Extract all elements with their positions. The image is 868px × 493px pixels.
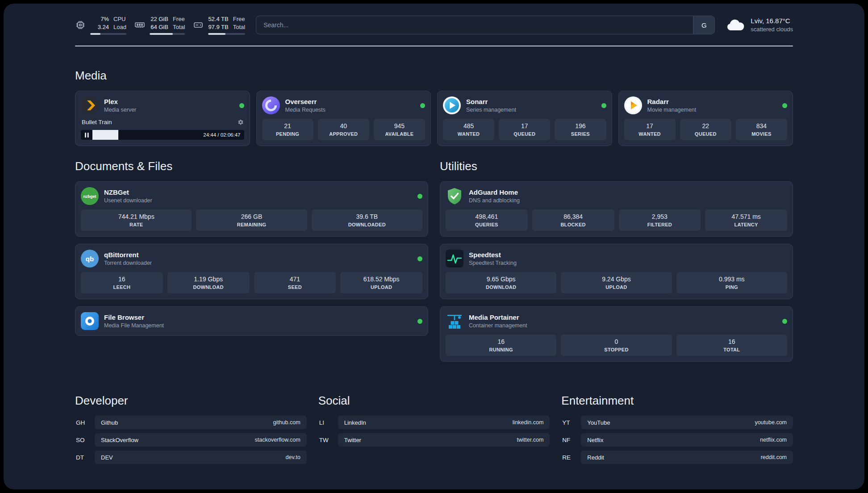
stat-label: WANTED bbox=[626, 131, 674, 137]
stat-value: 471 bbox=[256, 276, 334, 283]
stat-box: 0 STOPPED bbox=[561, 334, 672, 356]
app-subtitle: Container management bbox=[469, 322, 527, 329]
app-name: Radarr bbox=[647, 97, 697, 106]
app-name: Sonarr bbox=[466, 97, 516, 106]
media-grid: Plex Media server Bullet Train bbox=[75, 91, 793, 146]
stat-box: 618.52 Mbps UPLOAD bbox=[340, 272, 422, 293]
stat-label: LEECH bbox=[83, 284, 161, 290]
stat-value: 945 bbox=[376, 122, 423, 130]
stat-value: 266 GB bbox=[198, 213, 305, 220]
card-qbittorrent[interactable]: qb qBittorrent Torrent downloader 16 LEE… bbox=[75, 244, 428, 299]
pause-icon[interactable] bbox=[81, 133, 92, 138]
card-sonarr[interactable]: Sonarr Series management 485 WANTED 17 Q… bbox=[437, 91, 612, 146]
nzbget-icon: nzbget bbox=[81, 187, 99, 205]
stat-label: SEED bbox=[256, 284, 334, 290]
card-plex[interactable]: Plex Media server Bullet Train bbox=[75, 91, 250, 146]
memory-total-value: 64 GiB bbox=[150, 23, 168, 31]
disk-free-label: Free bbox=[233, 15, 245, 23]
search-bar: G bbox=[256, 16, 715, 34]
radarr-icon bbox=[624, 96, 642, 114]
app-name: Plex bbox=[104, 97, 136, 106]
memory-metric: 22 GiB 64 GiB Free Total bbox=[134, 15, 185, 35]
app-subtitle: Usenet downloader bbox=[104, 197, 152, 204]
stat-box: 834 MOVIES bbox=[736, 119, 787, 140]
stat-box: 945 AVAILABLE bbox=[374, 119, 425, 140]
stat-box: 471 SEED bbox=[254, 272, 336, 293]
app-name: Overseerr bbox=[285, 97, 326, 106]
overseerr-icon bbox=[262, 96, 280, 114]
app-subtitle: Speedtest Tracking bbox=[469, 259, 517, 267]
bookmark-link[interactable]: YouTube youtube.com bbox=[581, 416, 793, 429]
stat-label: MOVIES bbox=[738, 131, 785, 137]
stat-box: 16 TOTAL bbox=[676, 334, 787, 356]
plex-icon bbox=[81, 96, 99, 114]
stat-label: PING bbox=[678, 284, 785, 290]
bookmark-link[interactable]: Twitter twitter.com bbox=[338, 433, 550, 447]
stat-box: 266 GB REMAINING bbox=[196, 209, 307, 231]
stat-box: 485 WANTED bbox=[443, 119, 494, 140]
stat-box: 17 WANTED bbox=[624, 119, 676, 140]
bookmark-link[interactable]: Netflix netflix.com bbox=[581, 433, 793, 447]
status-dot bbox=[417, 319, 422, 324]
plex-progress-track: 24:44 / 02:06:47 bbox=[92, 130, 244, 140]
stat-box: 39.6 TB DOWNLOADED bbox=[312, 209, 422, 231]
card-adguard[interactable]: AdGuard Home DNS and adblocking 498,461 … bbox=[440, 181, 793, 237]
stat-value: 9.24 Gbps bbox=[563, 276, 670, 283]
bookmark-youtube: YT YouTube youtube.com bbox=[561, 416, 793, 429]
bookmark-link[interactable]: Reddit reddit.com bbox=[581, 451, 793, 464]
card-radarr[interactable]: Radarr Movie management 17 WANTED 22 QUE… bbox=[618, 91, 793, 146]
stat-value: 0 bbox=[563, 338, 670, 345]
stat-label: DOWNLOAD bbox=[169, 284, 248, 290]
app-name: File Browser bbox=[104, 313, 164, 322]
player-time: 24:44 / 02:06:47 bbox=[203, 132, 240, 138]
app-subtitle: Series management bbox=[466, 106, 516, 113]
bookmark-github: GH Github github.com bbox=[75, 416, 307, 429]
search-input[interactable] bbox=[256, 16, 693, 34]
memory-progress-track bbox=[150, 33, 185, 35]
app-subtitle: Media Requests bbox=[285, 106, 326, 113]
stat-box: 21 PENDING bbox=[262, 119, 313, 140]
section-title-social: Social bbox=[318, 394, 550, 408]
section-title-documents: Documents & Files bbox=[75, 159, 428, 173]
stat-label: QUEUED bbox=[501, 131, 548, 137]
stat-label: WANTED bbox=[445, 131, 492, 137]
bookmark-abbr: DT bbox=[75, 451, 92, 464]
settings-gear-icon[interactable] bbox=[237, 119, 243, 125]
stat-value: 744.21 Mbps bbox=[83, 213, 190, 220]
stat-box: 498,461 QUERIES bbox=[446, 209, 528, 231]
bookmark-link[interactable]: Github github.com bbox=[95, 416, 307, 429]
bookmark-link[interactable]: LinkedIn linkedin.com bbox=[338, 416, 550, 429]
card-nzbget[interactable]: nzbget NZBGet Usenet downloader 744.21 M… bbox=[75, 181, 428, 237]
stat-label: QUERIES bbox=[447, 222, 526, 227]
app-subtitle: Torrent downloader bbox=[104, 259, 152, 267]
stat-label: LATENCY bbox=[707, 222, 785, 227]
bookmark-abbr: SO bbox=[75, 433, 92, 447]
app-name: Speedtest bbox=[469, 251, 517, 259]
memory-total-label: Total bbox=[173, 23, 185, 31]
cloud-icon bbox=[726, 18, 745, 32]
stat-box: 86,384 BLOCKED bbox=[532, 209, 614, 231]
search-engine-button[interactable]: G bbox=[693, 16, 714, 34]
stat-value: 86,384 bbox=[534, 213, 613, 220]
bookmark-stackoverflow: SO StackOverflow stackoverflow.com bbox=[75, 433, 307, 447]
plex-player-bar[interactable]: 24:44 / 02:06:47 bbox=[81, 130, 244, 140]
status-dot bbox=[601, 103, 606, 108]
card-filebrowser[interactable]: File Browser Media File Management bbox=[75, 306, 428, 336]
portainer-icon bbox=[446, 312, 463, 330]
card-overseerr[interactable]: Overseerr Media Requests 21 PENDING 40 A… bbox=[256, 91, 431, 146]
bookmark-link[interactable]: DEV dev.to bbox=[95, 451, 307, 464]
bookmark-abbr: LI bbox=[318, 416, 335, 429]
app-subtitle: Movie management bbox=[647, 106, 697, 113]
card-portainer[interactable]: Media Portainer Container management 16 … bbox=[440, 306, 793, 362]
bookmark-linkedin: LI LinkedIn linkedin.com bbox=[318, 416, 550, 429]
bookmark-abbr: NF bbox=[561, 433, 578, 447]
stat-box: 16 RUNNING bbox=[446, 334, 556, 356]
app-name: qBittorrent bbox=[104, 251, 152, 259]
card-speedtest[interactable]: Speedtest Speedtest Tracking 9.65 Gbps D… bbox=[440, 244, 793, 299]
stat-value: 9.65 Gbps bbox=[447, 276, 555, 283]
stat-value: 17 bbox=[501, 122, 548, 130]
cpu-progress-track bbox=[90, 33, 126, 35]
weather-widget: Lviv, 16.87°C scattered clouds bbox=[726, 16, 793, 33]
bookmark-link[interactable]: StackOverflow stackoverflow.com bbox=[95, 433, 307, 447]
header-divider bbox=[75, 46, 793, 46]
